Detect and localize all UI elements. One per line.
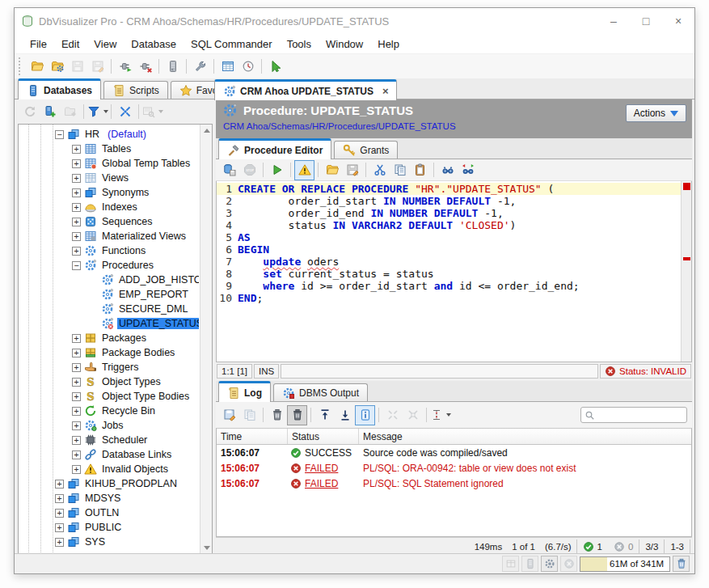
expand-toggle-icon[interactable]: + <box>55 523 64 532</box>
error-marker-icon[interactable] <box>683 257 690 260</box>
expand-toggle-icon[interactable]: + <box>72 232 81 241</box>
tree-item-sequences[interactable]: +Sequences <box>19 214 199 229</box>
tree-item-functions[interactable]: +Functions <box>19 243 199 258</box>
server-small-button[interactable] <box>521 556 538 572</box>
copy-button[interactable] <box>390 160 410 180</box>
expand-toggle-icon[interactable]: + <box>72 407 81 416</box>
tree-item-jobs[interactable]: +Jobs <box>19 418 199 433</box>
tree-item-object-type-bodies[interactable]: +SObject Type Bodies <box>19 389 199 404</box>
tree-item-update-status[interactable]: UPDATE_STATUS <box>19 316 199 331</box>
tab-grants[interactable]: Grants <box>334 141 398 159</box>
save-as-button[interactable] <box>87 57 108 77</box>
gear-small-button[interactable] <box>541 556 558 572</box>
expand-toggle-icon[interactable]: + <box>72 188 81 197</box>
code-line-1[interactable]: 1CREATE OR REPLACE PROCEDURE "HR"."UPDAT… <box>217 183 681 195</box>
error-marker-icon[interactable] <box>683 183 690 190</box>
paste-button[interactable] <box>410 160 430 180</box>
tree-item-public[interactable]: +PUBLIC <box>19 520 199 535</box>
menu-window[interactable]: Window <box>319 36 370 53</box>
clock-button[interactable] <box>238 57 258 77</box>
grid-button[interactable] <box>217 57 238 77</box>
menu-edit[interactable]: Edit <box>54 36 87 53</box>
expand-toggle-icon[interactable]: + <box>55 480 64 489</box>
tree-item-package-bodies[interactable]: +Package Bodies <box>19 345 199 360</box>
tree-item-secure-dml[interactable]: SECURE_DML <box>19 302 199 316</box>
add-folder-button[interactable] <box>60 102 80 122</box>
menu-database[interactable]: Database <box>124 36 184 53</box>
tree-item-synonyms[interactable]: +Synonyms <box>19 185 199 200</box>
tree-item-hr[interactable]: −HR(Default) <box>19 127 199 142</box>
memory-monitor[interactable]: 61M of 341M <box>580 556 670 572</box>
filter-button[interactable] <box>87 102 108 122</box>
server-button[interactable] <box>162 57 183 77</box>
open-folder-button[interactable] <box>27 57 47 77</box>
copy-button[interactable] <box>239 405 260 425</box>
tree-item-packages[interactable]: +Packages <box>19 331 199 345</box>
tab-databases[interactable]: Databases <box>18 78 101 99</box>
tab-log[interactable]: Log <box>218 381 271 402</box>
log-row[interactable]: 15:06:07FAILEDPL/SQL: ORA-00942: table o… <box>217 460 691 476</box>
tab-scripts[interactable]: Scripts <box>103 81 168 99</box>
compile-save-button[interactable] <box>219 160 239 180</box>
breadcrumb[interactable]: CRM Ahoa/Schemas/HR/Procedures/UPDATE_ST… <box>223 121 686 131</box>
expand-toggle-icon[interactable]: + <box>72 218 81 226</box>
scroll-up-icon[interactable] <box>200 125 213 137</box>
minimize-button[interactable]: – <box>597 8 630 34</box>
actions-button[interactable]: Actions <box>626 104 686 122</box>
expand-toggle-icon[interactable]: + <box>72 421 81 430</box>
expand-toggle-icon[interactable]: + <box>72 145 81 154</box>
tree-item-indexes[interactable]: +Indexes <box>19 200 199 214</box>
tree-scrollbar[interactable] <box>200 125 212 554</box>
expand-toggle-icon[interactable]: + <box>72 363 81 372</box>
execute-button[interactable] <box>267 160 287 180</box>
code-line-10[interactable]: 10END; <box>217 292 681 304</box>
expand-toggle-icon[interactable]: + <box>72 247 81 256</box>
row-height-button[interactable] <box>430 405 450 425</box>
tree-item-sys[interactable]: +SYS <box>19 535 199 549</box>
x-circle-gray-button[interactable] <box>560 556 577 572</box>
code-line-7[interactable]: 7 update oders <box>217 256 681 268</box>
tree-item-scheduler[interactable]: +Scheduler <box>19 433 199 447</box>
tree-item-triggers[interactable]: +Triggers <box>19 360 199 374</box>
tree-item-database-links[interactable]: +Database Links <box>19 447 199 462</box>
expand-toggle-icon[interactable]: + <box>72 465 81 474</box>
column-header-status[interactable]: Status <box>288 429 359 444</box>
warnings-button[interactable] <box>294 160 314 180</box>
toolbar-grip[interactable] <box>19 57 24 75</box>
tree-item-kihub-prodplan[interactable]: +KIHUB_PRODPLAN <box>19 476 199 491</box>
close-tab-icon[interactable]: × <box>382 85 389 97</box>
sql-editor[interactable]: 1CREATE OR REPLACE PROCEDURE "HR"."UPDAT… <box>216 181 692 362</box>
tools-button[interactable] <box>190 57 210 77</box>
garbage-collect-button[interactable] <box>673 556 690 572</box>
find-button[interactable] <box>437 160 458 180</box>
disconnect-button[interactable] <box>135 57 155 77</box>
menu-tools[interactable]: Tools <box>280 36 319 53</box>
refresh-button[interactable] <box>19 102 40 122</box>
column-header-message[interactable]: Message <box>359 429 691 444</box>
expand-toggle-icon[interactable]: + <box>55 538 64 547</box>
export-log-button[interactable] <box>219 405 239 425</box>
code-line-9[interactable]: 9 where id >= order_id_start and id <= o… <box>217 280 681 292</box>
menu-view[interactable]: View <box>87 36 124 53</box>
connect-button[interactable] <box>115 57 135 77</box>
expand-toggle-icon[interactable]: + <box>55 509 64 518</box>
code-line-4[interactable]: 4 status IN VARCHAR2 DEFAULT 'CLOSED') <box>217 219 681 231</box>
tab-crm-ahoa-update-status[interactable]: CRM Ahoa UPDATE_STATUS × <box>214 79 397 100</box>
expand-toggle-icon[interactable]: + <box>72 159 81 168</box>
tree-item-materialized-views[interactable]: +Materialized Views <box>19 229 199 243</box>
log-search-input[interactable] <box>597 410 683 420</box>
expand-toggle-icon[interactable]: + <box>72 349 81 357</box>
tree-item-procedures[interactable]: −Procedures <box>19 258 199 273</box>
tree-item-tables[interactable]: +Tables <box>19 142 199 156</box>
expand-toggle-icon[interactable]: + <box>72 203 81 212</box>
expand-toggle-icon[interactable]: + <box>72 174 81 183</box>
tree-item-outln[interactable]: +OUTLN <box>19 506 199 520</box>
expand-toggle-icon[interactable]: + <box>55 494 64 503</box>
find-replace-button[interactable] <box>458 160 478 180</box>
expand-toggle-icon[interactable]: + <box>72 451 81 459</box>
scroll-bottom-button[interactable] <box>335 405 355 425</box>
close-button[interactable]: × <box>662 8 694 34</box>
add-connection-button[interactable] <box>40 102 60 122</box>
code-line-6[interactable]: 6BEGIN <box>217 243 681 256</box>
tree-item-global-temp-tables[interactable]: +Global Temp Tables <box>19 156 199 171</box>
